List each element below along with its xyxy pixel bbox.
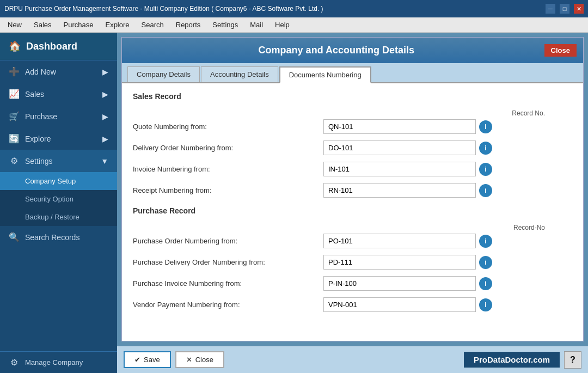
sidebar-purchase-label: Purchase — [25, 112, 57, 121]
menu-search[interactable]: Search — [136, 19, 169, 30]
save-button[interactable]: ✔ Save — [124, 351, 171, 368]
pi-numbering-group: i — [323, 276, 492, 291]
quote-numbering-group: i — [323, 119, 492, 134]
tab-accounting-details[interactable]: Accounting Details — [201, 66, 278, 82]
sidebar-item-security-option[interactable]: Security Option — [0, 190, 117, 208]
receipt-numbering-info-button[interactable]: i — [479, 184, 492, 197]
save-checkmark-icon: ✔ — [134, 356, 140, 364]
invoice-numbering-label: Invoice Numbering from: — [133, 165, 318, 173]
sidebar-item-backup-restore[interactable]: Backup / Restore — [0, 208, 117, 226]
sidebar-explore-label: Explore — [25, 134, 51, 143]
pdo-numbering-row: Purchase Delivery Order Numbering from: … — [133, 255, 572, 270]
panel: Company and Accounting Details Close Com… — [121, 37, 584, 341]
purchase-section-title: Purchase Record — [133, 206, 572, 217]
purchase-record-section: Purchase Record Record-No Purchase Order… — [133, 206, 572, 312]
invoice-numbering-input[interactable] — [323, 162, 476, 176]
menu-purchase[interactable]: Purchase — [58, 19, 99, 30]
company-setup-label: Company Setup — [25, 177, 76, 185]
tab-company-details[interactable]: Company Details — [127, 66, 200, 82]
sidebar-item-add-new[interactable]: ➕ Add New ▶ — [0, 60, 117, 83]
window-title: DRPU Purchase Order Management Software … — [4, 5, 323, 13]
menu-help[interactable]: Help — [270, 19, 295, 30]
title-bar: DRPU Purchase Order Management Software … — [0, 0, 588, 17]
sidebar-settings-label: Settings — [25, 157, 53, 166]
close-button[interactable]: ✕ Close — [175, 351, 224, 368]
po-numbering-info-button[interactable]: i — [479, 235, 492, 248]
delivery-order-numbering-info-button[interactable]: i — [479, 142, 492, 155]
po-numbering-row: Purchase Order Numbering from: i — [133, 234, 572, 248]
arrow-icon-add-new: ▶ — [102, 68, 108, 76]
menu-new[interactable]: New — [2, 19, 27, 30]
sidebar-manage-company[interactable]: ⚙ Manage Company — [0, 351, 117, 373]
brand-badge: ProDataDoctor.com — [464, 352, 560, 368]
menu-explore[interactable]: Explore — [100, 19, 134, 30]
arrow-icon-sales: ▶ — [102, 90, 108, 99]
main-layout: 🏠 Dashboard ➕ Add New ▶ 📈 Sales ▶ 🛒 Purc… — [0, 33, 588, 373]
delivery-order-numbering-input[interactable] — [323, 140, 476, 155]
quote-numbering-input[interactable] — [323, 119, 476, 134]
panel-close-button[interactable]: Close — [544, 44, 577, 57]
sales-icon: 📈 — [9, 89, 20, 99]
tab-documents-numbering[interactable]: Documents Numbering — [279, 66, 371, 83]
manage-company-label: Manage Company — [25, 358, 83, 366]
sidebar-item-purchase[interactable]: 🛒 Purchase ▶ — [0, 105, 117, 127]
delivery-order-numbering-group: i — [323, 140, 492, 155]
purchase-record-no-header: Record-No — [133, 224, 572, 231]
sidebar-header[interactable]: 🏠 Dashboard — [0, 33, 117, 60]
receipt-numbering-input[interactable] — [323, 183, 476, 198]
help-button[interactable]: ? — [564, 351, 581, 369]
search-records-label: Search Records — [25, 233, 79, 242]
menu-sales[interactable]: Sales — [28, 19, 57, 30]
sidebar-item-company-setup[interactable]: Company Setup — [0, 172, 117, 190]
delivery-order-numbering-label: Delivery Order Numbering from: — [133, 144, 318, 152]
sales-record-section: Sales Record Record No. Quote Numbering … — [133, 92, 572, 198]
invoice-numbering-group: i — [323, 162, 492, 176]
pdo-numbering-input[interactable] — [323, 255, 476, 270]
pi-numbering-input[interactable] — [323, 276, 476, 291]
maximize-button[interactable]: □ — [560, 4, 569, 14]
minimize-button[interactable]: ─ — [546, 4, 555, 14]
search-records-icon: 🔍 — [9, 232, 20, 242]
vp-numbering-group: i — [323, 297, 492, 312]
backup-restore-label: Backup / Restore — [25, 213, 79, 221]
pi-numbering-label: Purchase Invoice Numbering from: — [133, 279, 318, 288]
po-numbering-input[interactable] — [323, 234, 476, 248]
quote-numbering-info-button[interactable]: i — [479, 120, 492, 133]
dashboard-icon: 🏠 — [9, 40, 21, 52]
sidebar-settings-submenu: Company Setup Security Option Backup / R… — [0, 172, 117, 226]
delivery-order-numbering-row: Delivery Order Numbering from: i — [133, 140, 572, 155]
pi-numbering-info-button[interactable]: i — [479, 277, 492, 290]
tab-bar: Company Details Accounting Details Docum… — [122, 63, 583, 83]
bottom-right: ProDataDoctor.com ? — [464, 351, 581, 369]
receipt-numbering-label: Receipt Numbering from: — [133, 186, 318, 194]
sidebar-item-settings[interactable]: ⚙ Settings ▼ — [0, 150, 117, 172]
vp-numbering-info-button[interactable]: i — [479, 298, 492, 311]
sidebar-item-search-records[interactable]: 🔍 Search Records — [0, 226, 117, 248]
arrow-icon-settings: ▼ — [101, 157, 108, 166]
content-area: Company and Accounting Details Close Com… — [117, 33, 588, 373]
add-new-icon: ➕ — [9, 66, 20, 77]
vp-numbering-label: Vendor Payment Numbering from: — [133, 301, 318, 309]
menu-settings[interactable]: Settings — [207, 19, 243, 30]
receipt-numbering-row: Receipt Numbering from: i — [133, 183, 572, 198]
arrow-icon-purchase: ▶ — [102, 112, 108, 121]
invoice-numbering-info-button[interactable]: i — [479, 163, 492, 176]
sidebar-item-explore[interactable]: 🔄 Explore ▶ — [0, 127, 117, 150]
bottom-left-buttons: ✔ Save ✕ Close — [124, 351, 224, 368]
vp-numbering-input[interactable] — [323, 297, 476, 312]
sales-record-no-header: Record No. — [133, 109, 572, 117]
menu-mail[interactable]: Mail — [244, 19, 268, 30]
sidebar-item-sales[interactable]: 📈 Sales ▶ — [0, 83, 117, 105]
pdo-numbering-label: Purchase Delivery Order Numbering from: — [133, 258, 318, 266]
window-close-button[interactable]: ✕ — [574, 4, 584, 14]
po-numbering-group: i — [323, 234, 492, 248]
explore-icon: 🔄 — [9, 133, 20, 144]
quote-numbering-label: Quote Numbering from: — [133, 123, 318, 131]
sidebar-add-new-label: Add New — [25, 68, 56, 76]
pdo-numbering-info-button[interactable]: i — [479, 256, 492, 269]
vp-numbering-row: Vendor Payment Numbering from: i — [133, 297, 572, 312]
security-option-label: Security Option — [25, 195, 74, 203]
sidebar-sales-label: Sales — [25, 90, 44, 99]
menu-reports[interactable]: Reports — [170, 19, 206, 30]
purchase-icon: 🛒 — [9, 111, 20, 121]
